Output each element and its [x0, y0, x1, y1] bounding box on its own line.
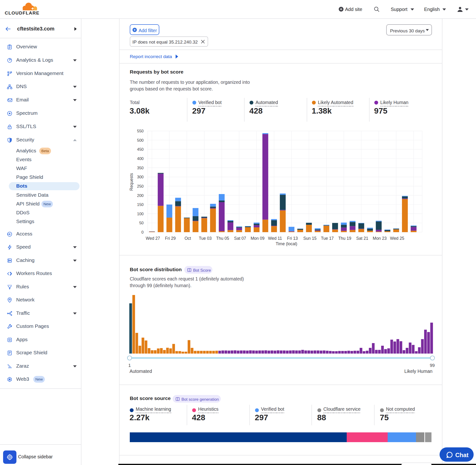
svg-text:Fri 29: Fri 29 [165, 236, 176, 241]
svg-text:50: 50 [139, 221, 144, 225]
svg-text:Thu 05: Thu 05 [216, 236, 229, 241]
svg-text:150: 150 [137, 202, 144, 207]
svg-text:Wed 25: Wed 25 [390, 236, 404, 241]
svg-text:350: 350 [137, 166, 144, 170]
svg-text:Tue 03: Tue 03 [199, 236, 212, 241]
svg-text:0: 0 [141, 230, 144, 234]
svg-text:550: 550 [137, 129, 144, 133]
svg-text:400: 400 [137, 157, 144, 161]
svg-text:500: 500 [137, 138, 144, 142]
svg-text:Sun 15: Sun 15 [303, 236, 317, 241]
svg-text:450: 450 [137, 147, 144, 151]
svg-text:Sat 21: Sat 21 [356, 236, 368, 241]
svg-text:200: 200 [137, 193, 144, 198]
svg-text:Wed 27: Wed 27 [146, 236, 160, 241]
svg-text:Wed 11: Wed 11 [268, 236, 282, 241]
svg-text:Time (local): Time (local) [276, 242, 297, 246]
svg-text:Mon 09: Mon 09 [251, 236, 264, 241]
svg-text:300: 300 [137, 175, 144, 179]
svg-text:Thu 19: Thu 19 [338, 236, 351, 241]
svg-text:Fri 13: Fri 13 [287, 236, 298, 241]
svg-text:100: 100 [137, 212, 144, 216]
svg-text:Tue 17: Tue 17 [321, 236, 334, 241]
svg-text:Sat 07: Sat 07 [234, 236, 246, 241]
svg-text:250: 250 [137, 184, 144, 188]
svg-text:Oct: Oct [185, 236, 191, 241]
svg-text:Mon 23: Mon 23 [373, 236, 386, 241]
svg-text:Requests: Requests [129, 173, 134, 191]
